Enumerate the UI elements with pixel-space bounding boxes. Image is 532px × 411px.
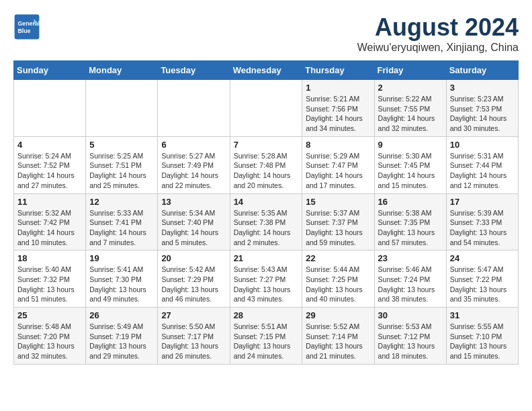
week-row-5: 25Sunrise: 5:48 AM Sunset: 7:20 PM Dayli… [14,308,519,365]
day-cell: 10Sunrise: 5:31 AM Sunset: 7:44 PM Dayli… [446,136,518,193]
day-info: Sunrise: 5:49 AM Sunset: 7:19 PM Dayligh… [89,322,154,361]
day-number: 12 [89,197,154,207]
day-info: Sunrise: 5:29 AM Sunset: 7:47 PM Dayligh… [306,151,370,191]
day-number: 5 [89,140,154,150]
day-cell: 29Sunrise: 5:52 AM Sunset: 7:14 PM Dayli… [302,308,374,365]
day-info: Sunrise: 5:53 AM Sunset: 7:12 PM Dayligh… [378,322,443,361]
day-number: 25 [17,310,82,320]
day-number: 1 [306,83,370,93]
day-number: 17 [450,197,515,207]
day-info: Sunrise: 5:32 AM Sunset: 7:42 PM Dayligh… [17,208,82,248]
day-info: Sunrise: 5:43 AM Sunset: 7:27 PM Dayligh… [234,265,299,304]
day-info: Sunrise: 5:34 AM Sunset: 7:40 PM Dayligh… [161,208,226,248]
col-saturday: Saturday [446,61,518,80]
day-info: Sunrise: 5:51 AM Sunset: 7:15 PM Dayligh… [234,322,299,361]
day-number: 26 [89,310,154,320]
day-number: 6 [161,140,226,150]
day-cell [230,80,302,137]
day-info: Sunrise: 5:46 AM Sunset: 7:24 PM Dayligh… [378,265,443,304]
day-number: 4 [17,140,82,150]
day-cell: 1Sunrise: 5:21 AM Sunset: 7:56 PM Daylig… [302,80,374,137]
day-info: Sunrise: 5:21 AM Sunset: 7:56 PM Dayligh… [306,94,370,134]
month-title: August 2024 [357,13,519,42]
day-info: Sunrise: 5:35 AM Sunset: 7:38 PM Dayligh… [234,208,299,248]
day-cell: 11Sunrise: 5:32 AM Sunset: 7:42 PM Dayli… [14,193,86,250]
day-number: 19 [89,253,154,263]
day-info: Sunrise: 5:55 AM Sunset: 7:10 PM Dayligh… [450,322,515,361]
day-info: Sunrise: 5:28 AM Sunset: 7:48 PM Dayligh… [234,151,299,191]
day-info: Sunrise: 5:37 AM Sunset: 7:37 PM Dayligh… [306,208,370,248]
day-cell: 2Sunrise: 5:22 AM Sunset: 7:55 PM Daylig… [374,80,446,137]
svg-rect-0 [15,15,40,40]
day-info: Sunrise: 5:23 AM Sunset: 7:53 PM Dayligh… [450,94,515,134]
day-info: Sunrise: 5:31 AM Sunset: 7:44 PM Dayligh… [450,151,515,191]
day-cell: 16Sunrise: 5:38 AM Sunset: 7:35 PM Dayli… [374,193,446,250]
day-number: 9 [378,140,443,150]
day-cell: 3Sunrise: 5:23 AM Sunset: 7:53 PM Daylig… [446,80,518,137]
day-number: 20 [161,253,226,263]
day-number: 30 [378,310,443,320]
day-cell: 6Sunrise: 5:27 AM Sunset: 7:49 PM Daylig… [158,136,230,193]
week-row-2: 4Sunrise: 5:24 AM Sunset: 7:52 PM Daylig… [14,136,519,193]
day-number: 18 [17,253,82,263]
day-info: Sunrise: 5:44 AM Sunset: 7:25 PM Dayligh… [306,265,370,304]
day-cell: 25Sunrise: 5:48 AM Sunset: 7:20 PM Dayli… [14,308,86,365]
day-number: 29 [306,310,370,320]
day-info: Sunrise: 5:48 AM Sunset: 7:20 PM Dayligh… [17,322,82,361]
day-cell: 22Sunrise: 5:44 AM Sunset: 7:25 PM Dayli… [302,250,374,308]
day-info: Sunrise: 5:30 AM Sunset: 7:45 PM Dayligh… [378,151,443,191]
location: Weiwu'eryuqiwen, Xinjiang, China [357,42,519,54]
week-row-1: 1Sunrise: 5:21 AM Sunset: 7:56 PM Daylig… [14,80,519,137]
day-number: 2 [378,83,443,93]
svg-text:Blue: Blue [17,28,30,34]
day-info: Sunrise: 5:33 AM Sunset: 7:41 PM Dayligh… [89,208,154,248]
day-number: 11 [17,197,82,207]
day-cell [86,80,158,137]
day-info: Sunrise: 5:52 AM Sunset: 7:14 PM Dayligh… [306,322,370,361]
day-number: 15 [306,197,370,207]
day-number: 28 [234,310,299,320]
col-friday: Friday [374,61,446,80]
day-cell: 15Sunrise: 5:37 AM Sunset: 7:37 PM Dayli… [302,193,374,250]
day-info: Sunrise: 5:24 AM Sunset: 7:52 PM Dayligh… [17,151,82,191]
day-info: Sunrise: 5:27 AM Sunset: 7:49 PM Dayligh… [161,151,226,191]
day-number: 22 [306,253,370,263]
day-number: 27 [161,310,226,320]
day-number: 24 [450,253,515,263]
day-number: 13 [161,197,226,207]
day-info: Sunrise: 5:41 AM Sunset: 7:30 PM Dayligh… [89,265,154,304]
day-cell: 9Sunrise: 5:30 AM Sunset: 7:45 PM Daylig… [374,136,446,193]
day-number: 3 [450,83,515,93]
page-header: General Blue August 2024 Weiwu'eryuqiwen… [13,13,519,54]
day-cell: 12Sunrise: 5:33 AM Sunset: 7:41 PM Dayli… [86,193,158,250]
day-number: 7 [234,140,299,150]
day-cell: 4Sunrise: 5:24 AM Sunset: 7:52 PM Daylig… [14,136,86,193]
day-info: Sunrise: 5:42 AM Sunset: 7:29 PM Dayligh… [161,265,226,304]
day-info: Sunrise: 5:25 AM Sunset: 7:51 PM Dayligh… [89,151,154,191]
title-block: August 2024 Weiwu'eryuqiwen, Xinjiang, C… [357,13,519,54]
day-number: 8 [306,140,370,150]
day-cell: 28Sunrise: 5:51 AM Sunset: 7:15 PM Dayli… [230,308,302,365]
calendar-table: Sunday Monday Tuesday Wednesday Thursday… [13,60,519,365]
day-info: Sunrise: 5:40 AM Sunset: 7:32 PM Dayligh… [17,265,82,304]
day-number: 31 [450,310,515,320]
day-cell: 18Sunrise: 5:40 AM Sunset: 7:32 PM Dayli… [14,250,86,308]
day-cell: 30Sunrise: 5:53 AM Sunset: 7:12 PM Dayli… [374,308,446,365]
day-info: Sunrise: 5:47 AM Sunset: 7:22 PM Dayligh… [450,265,515,304]
day-cell [14,80,86,137]
col-wednesday: Wednesday [230,61,302,80]
day-cell: 13Sunrise: 5:34 AM Sunset: 7:40 PM Dayli… [158,193,230,250]
day-cell: 8Sunrise: 5:29 AM Sunset: 7:47 PM Daylig… [302,136,374,193]
day-cell: 19Sunrise: 5:41 AM Sunset: 7:30 PM Dayli… [86,250,158,308]
day-cell: 5Sunrise: 5:25 AM Sunset: 7:51 PM Daylig… [86,136,158,193]
day-cell: 14Sunrise: 5:35 AM Sunset: 7:38 PM Dayli… [230,193,302,250]
logo: General Blue [13,13,40,40]
logo-icon: General Blue [13,13,40,40]
day-cell: 20Sunrise: 5:42 AM Sunset: 7:29 PM Dayli… [158,250,230,308]
col-sunday: Sunday [14,61,86,80]
day-number: 21 [234,253,299,263]
day-cell: 27Sunrise: 5:50 AM Sunset: 7:17 PM Dayli… [158,308,230,365]
day-cell: 17Sunrise: 5:39 AM Sunset: 7:33 PM Dayli… [446,193,518,250]
day-info: Sunrise: 5:22 AM Sunset: 7:55 PM Dayligh… [378,94,443,134]
day-cell: 21Sunrise: 5:43 AM Sunset: 7:27 PM Dayli… [230,250,302,308]
